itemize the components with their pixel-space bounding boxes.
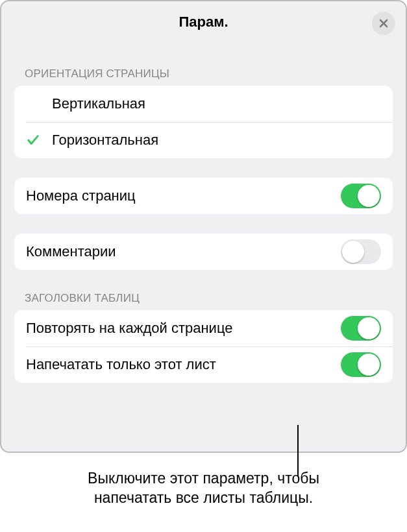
comments-row: Комментарии bbox=[14, 234, 393, 270]
callout-text: Выключите этот параметр, чтобы напечатат… bbox=[0, 469, 407, 508]
row-label: Напечатать только этот лист bbox=[26, 356, 341, 373]
settings-panel: Парам. ОРИЕНТАЦИЯ СТРАНИЦЫ Вертикальная … bbox=[0, 0, 407, 453]
toggle-knob bbox=[358, 354, 380, 376]
comments-toggle[interactable] bbox=[341, 239, 381, 264]
close-icon bbox=[378, 18, 389, 29]
section-header-orientation: ОРИЕНТАЦИЯ СТРАНИЦЫ bbox=[14, 43, 393, 86]
orientation-option-landscape[interactable]: Горизонтальная bbox=[14, 122, 393, 158]
print-only-this-sheet-row: Напечатать только этот лист bbox=[14, 346, 393, 383]
section-header-table-headers: ЗАГОЛОВКИ ТАБЛИЦ bbox=[14, 270, 393, 310]
orientation-option-portrait[interactable]: Вертикальная bbox=[14, 86, 393, 122]
comments-group: Комментарии bbox=[14, 234, 393, 270]
page-numbers-group: Номера страниц bbox=[14, 178, 393, 214]
callout-line-1: Выключите этот параметр, чтобы bbox=[88, 470, 319, 487]
panel-header: Парам. bbox=[1, 1, 406, 43]
print-only-this-sheet-toggle[interactable] bbox=[341, 352, 381, 377]
panel-content: ОРИЕНТАЦИЯ СТРАНИЦЫ Вертикальная Горизон… bbox=[1, 43, 406, 383]
panel-title: Парам. bbox=[179, 14, 228, 30]
orientation-group: Вертикальная Горизонтальная bbox=[14, 86, 393, 158]
toggle-knob bbox=[342, 241, 364, 263]
toggle-knob bbox=[358, 185, 380, 207]
check-area bbox=[26, 133, 52, 147]
option-label: Горизонтальная bbox=[52, 132, 381, 149]
checkmark-icon bbox=[26, 133, 40, 147]
page-numbers-toggle[interactable] bbox=[341, 184, 381, 208]
option-label: Вертикальная bbox=[52, 95, 381, 112]
repeat-each-page-row: Повторять на каждой странице bbox=[14, 310, 393, 346]
toggle-knob bbox=[358, 317, 380, 339]
row-label: Комментарии bbox=[26, 243, 341, 260]
table-headers-group: Повторять на каждой странице Напечатать … bbox=[14, 310, 393, 383]
row-label: Повторять на каждой странице bbox=[26, 320, 341, 337]
close-button[interactable] bbox=[372, 12, 395, 35]
page-numbers-row: Номера страниц bbox=[14, 178, 393, 214]
row-label: Номера страниц bbox=[26, 187, 341, 204]
repeat-each-page-toggle[interactable] bbox=[341, 316, 381, 341]
callout-line-2: напечатать все листы таблицы. bbox=[94, 489, 313, 506]
